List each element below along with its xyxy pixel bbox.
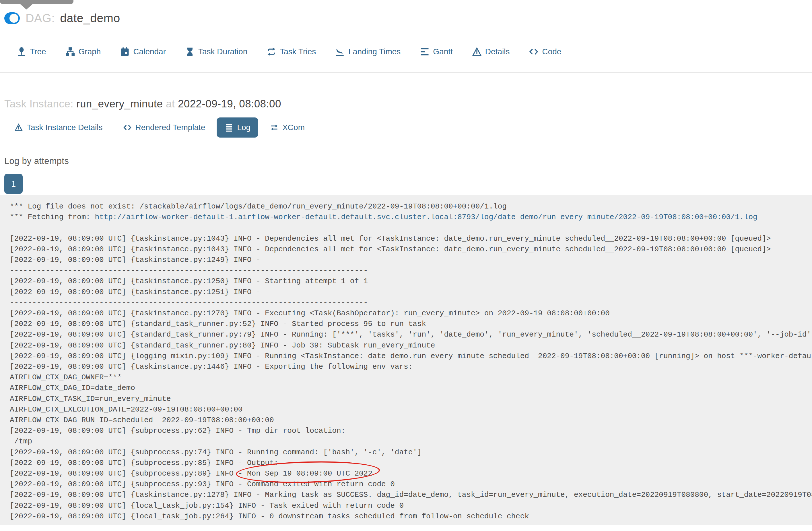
nav-item-graph-label: Graph — [78, 47, 101, 56]
repeat-icon — [266, 46, 277, 57]
log-line: [2022-09-19, 08:09:00 UTC] {local_task_j… — [10, 501, 812, 511]
subtab-task-instance-details[interactable]: Task Instance Details — [14, 123, 103, 132]
list-icon — [224, 123, 234, 132]
log-line: ----------------------------------------… — [10, 297, 812, 308]
dag-header: DAG: date_demo — [0, 0, 812, 25]
code-icon — [123, 123, 132, 132]
log-line: [2022-09-19, 08:09:00 UTC] {subprocess.p… — [10, 479, 812, 490]
calendar-icon — [120, 46, 130, 57]
log-line: *** Log file does not exist: /stackable/… — [10, 201, 812, 212]
log-fetch-url-link[interactable]: http://airflow-worker-default-1.airflow-… — [95, 213, 757, 221]
dag-label: DAG: — [26, 12, 55, 25]
triangle-icon — [14, 123, 23, 132]
nav-tabs: TreeGraphCalendarTask DurationTask Tries… — [0, 46, 812, 73]
log-lines: *** Log file does not exist: /stackable/… — [10, 201, 812, 522]
log-line: [2022-09-19, 08:09:00 UTC] {taskinstance… — [10, 234, 812, 244]
gantt-icon — [420, 46, 430, 57]
log-line: AIRFLOW_CTX_EXECUTION_DATE=2022-09-19T08… — [10, 404, 812, 415]
nav-item-tree[interactable]: Tree — [16, 46, 46, 57]
log-line: [2022-09-19, 08:09:00 UTC] {standard_tas… — [10, 340, 812, 351]
nav-item-code-label: Code — [542, 47, 561, 56]
code-icon — [528, 46, 539, 57]
graph-icon — [65, 46, 75, 57]
log-line: [2022-09-19, 08:09:00 UTC] {taskinstance… — [10, 308, 812, 319]
log-by-attempts-heading: Log by attempts — [0, 156, 812, 166]
log-line: /tmp — [10, 436, 812, 447]
nav-item-task-tries[interactable]: Task Tries — [266, 46, 316, 57]
log-line: [2022-09-19, 08:09:00 UTC] {standard_tas… — [10, 330, 812, 340]
dag-name: date_demo — [60, 12, 120, 25]
tooltip-arrow — [20, 4, 33, 10]
nav-item-landing-times-label: Landing Times — [348, 47, 401, 56]
task-instance-name: run_every_minute — [76, 98, 163, 110]
subtab-task-instance-details-label: Task Instance Details — [27, 123, 103, 132]
log-line: [2022-09-19, 08:09:00 UTC] {standard_tas… — [10, 319, 812, 330]
nav-item-calendar-label: Calendar — [133, 47, 166, 56]
log-line: AIRFLOW_CTX_DAG_ID=date_demo — [10, 383, 812, 393]
nav-item-details-label: Details — [485, 47, 510, 56]
log-line: *** Fetching from: http://airflow-worker… — [10, 212, 812, 223]
task-instance-at: at — [166, 98, 175, 110]
log-line: [2022-09-19, 08:09:00 UTC] {taskinstance… — [10, 287, 812, 297]
nav-item-code[interactable]: Code — [528, 46, 561, 57]
tree-icon — [16, 46, 27, 57]
nav-item-graph[interactable]: Graph — [65, 46, 101, 57]
exchange-icon — [270, 123, 279, 132]
nav-item-gantt-label: Gantt — [433, 47, 452, 56]
log-line: AIRFLOW_CTX_TASK_ID=run_every_minute — [10, 394, 812, 404]
nav-item-task-duration-label: Task Duration — [198, 47, 247, 56]
task-instance-date: 2022-09-19, 08:08:00 — [178, 98, 281, 110]
log-line — [10, 223, 812, 233]
log-line: [2022-09-19, 08:09:00 UTC] {subprocess.p… — [10, 458, 812, 469]
subtab-rendered-template[interactable]: Rendered Template — [123, 123, 205, 132]
triangle-icon — [472, 46, 482, 57]
subtab-xcom-label: XCom — [282, 123, 305, 132]
nav-item-details[interactable]: Details — [472, 46, 510, 57]
dag-pause-toggle[interactable] — [4, 12, 20, 24]
log-line: [2022-09-19, 08:09:00 UTC] {subprocess.p… — [10, 425, 812, 436]
task-instance-heading: Task Instance: run_every_minute at 2022-… — [0, 73, 812, 110]
tooltip-remnant — [0, 0, 73, 4]
nav-item-task-tries-label: Task Tries — [280, 47, 316, 56]
log-output: *** Log file does not exist: /stackable/… — [0, 195, 812, 525]
subtabs: Task Instance DetailsRendered TemplateLo… — [0, 117, 812, 138]
log-line: [2022-09-19, 08:09:00 UTC] {taskinstance… — [10, 362, 812, 372]
attempt-tabs: 1 — [0, 174, 812, 194]
log-line: [2022-09-19, 08:09:00 UTC] {taskinstance… — [10, 276, 812, 287]
log-line: [2022-09-19, 08:09:00 UTC] {logging_mixi… — [10, 351, 812, 362]
toggle-knob-icon — [10, 14, 18, 23]
nav-item-landing-times[interactable]: Landing Times — [335, 46, 401, 57]
log-line: AIRFLOW_CTX_DAG_RUN_ID=scheduled__2022-0… — [10, 415, 812, 425]
nav-item-tree-label: Tree — [30, 47, 46, 56]
log-line: AIRFLOW_CTX_DAG_OWNER=*** — [10, 372, 812, 383]
subtab-xcom[interactable]: XCom — [270, 123, 305, 132]
log-line: [2022-09-19, 08:09:00 UTC] {taskinstance… — [10, 244, 812, 255]
log-line: [2022-09-19, 08:09:00 UTC] {taskinstance… — [10, 490, 812, 500]
subtab-rendered-template-label: Rendered Template — [135, 123, 205, 132]
subtab-log-label: Log — [237, 123, 250, 132]
log-line: [2022-09-19, 08:09:00 UTC] {local_task_j… — [10, 511, 812, 522]
log-line: [2022-09-19, 08:09:00 UTC] {subprocess.p… — [10, 447, 812, 458]
nav-item-task-duration[interactable]: Task Duration — [185, 46, 247, 57]
attempt-button-1[interactable]: 1 — [4, 174, 23, 194]
airflow-task-log-page: DAG: date_demo TreeGraphCalendarTask Dur… — [0, 0, 812, 525]
hourglass-icon — [185, 46, 195, 57]
log-line: [2022-09-19, 08:09:00 UTC] {taskinstance… — [10, 255, 812, 265]
nav-item-gantt[interactable]: Gantt — [420, 46, 452, 57]
subtab-log[interactable]: Log — [217, 117, 258, 138]
log-line: [2022-09-19, 08:09:00 UTC] {subprocess.p… — [10, 469, 812, 479]
task-instance-label: Task Instance: — [4, 98, 73, 110]
plane-landing-icon — [335, 46, 345, 57]
nav-item-calendar[interactable]: Calendar — [120, 46, 166, 57]
page-title: DAG: date_demo — [26, 12, 120, 25]
log-line: ----------------------------------------… — [10, 265, 812, 276]
